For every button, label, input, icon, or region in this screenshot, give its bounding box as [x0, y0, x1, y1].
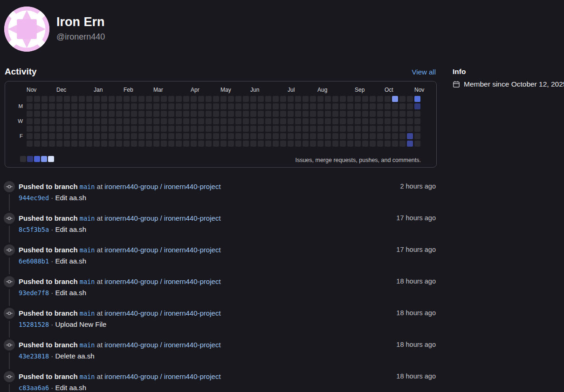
project-link[interactable]: ironern440-group / ironern440-project: [104, 309, 220, 317]
feed-action-label: Pushed to branch: [19, 277, 78, 285]
commit-icon: [4, 276, 15, 287]
feed-timestamp: 18 hours ago: [396, 277, 436, 285]
activity-feed-item: Pushed to branch main at ironern440-grou…: [0, 213, 437, 236]
commit-hash-link[interactable]: 6e6088b1: [19, 257, 49, 265]
commit-hash-link[interactable]: 15281528: [19, 321, 49, 328]
feed-action-label: Pushed to branch: [19, 372, 78, 380]
commit-icon: [4, 308, 15, 319]
commit-hash-link[interactable]: 8c5f3b5a: [19, 226, 49, 233]
commit-hash-link[interactable]: 93ede7f8: [19, 289, 49, 297]
feed-separator: ·: [49, 225, 55, 233]
branch-link[interactable]: main: [80, 183, 95, 190]
branch-link[interactable]: main: [80, 278, 95, 285]
commit-icon: [4, 339, 15, 351]
commit-hash-link[interactable]: 43e23818: [19, 352, 49, 360]
commit-hash-link[interactable]: 944ec9ed: [19, 194, 49, 202]
feed-action-label: Pushed to branch: [19, 309, 78, 317]
commit-icon: [4, 244, 15, 256]
project-link[interactable]: ironern440-group / ironern440-project: [104, 341, 220, 349]
feed-timestamp: 17 hours ago: [396, 246, 436, 253]
feed-at-label: at: [97, 246, 103, 254]
branch-link[interactable]: main: [80, 341, 95, 349]
feed-separator: ·: [49, 384, 55, 392]
activity-feed-item: Pushed to branch main at ironern440-grou…: [0, 277, 437, 299]
commit-icon: [4, 371, 15, 382]
commit-message: Edit aa.sh: [55, 289, 86, 297]
info-title: Info: [453, 68, 562, 76]
feed-separator: ·: [49, 257, 55, 265]
commit-message: Edit aa.sh: [55, 257, 86, 265]
feed-separator: ·: [49, 289, 55, 297]
branch-link[interactable]: main: [80, 246, 95, 254]
project-link[interactable]: ironern440-group / ironern440-project: [104, 246, 220, 254]
commit-hash-link[interactable]: c83aa6a6: [19, 384, 49, 392]
feed-action-label: Pushed to branch: [19, 341, 78, 349]
feed-action-label: Pushed to branch: [19, 246, 78, 254]
branch-link[interactable]: main: [80, 373, 95, 380]
commit-message: Delete aa.sh: [55, 352, 94, 360]
commit-message: Edit aa.sh: [55, 194, 86, 202]
feed-timestamp: 2 hours ago: [400, 182, 436, 190]
calendar-icon: [453, 81, 460, 88]
feed-timestamp: 17 hours ago: [396, 214, 436, 222]
info-sidebar: Info Member since October 12, 2025: [453, 68, 562, 88]
feed-at-label: at: [97, 309, 103, 317]
project-link[interactable]: ironern440-group / ironern440-project: [104, 372, 220, 380]
activity-feed: Pushed to branch main at ironern440-grou…: [0, 0, 437, 392]
feed-at-label: at: [97, 372, 103, 380]
feed-timestamp: 18 hours ago: [396, 309, 436, 317]
feed-separator: ·: [49, 352, 55, 360]
commit-icon: [4, 213, 15, 224]
feed-separator: ·: [49, 194, 55, 202]
project-link[interactable]: ironern440-group / ironern440-project: [104, 277, 220, 285]
activity-feed-item: Pushed to branch main at ironern440-grou…: [0, 182, 437, 204]
activity-feed-item: Pushed to branch main at ironern440-grou…: [0, 245, 437, 267]
feed-action-label: Pushed to branch: [19, 214, 78, 222]
feed-timestamp: 18 hours ago: [396, 372, 436, 380]
activity-feed-item: Pushed to branch main at ironern440-grou…: [0, 340, 437, 362]
project-link[interactable]: ironern440-group / ironern440-project: [104, 214, 220, 222]
feed-at-label: at: [97, 341, 103, 349]
commit-message: Upload New File: [55, 320, 106, 328]
project-link[interactable]: ironern440-group / ironern440-project: [104, 182, 220, 190]
commit-icon: [4, 181, 15, 192]
feed-separator: ·: [49, 320, 55, 328]
feed-timestamp: 18 hours ago: [396, 341, 436, 348]
feed-at-label: at: [97, 277, 103, 285]
member-since-text: Member since October 12, 2025: [464, 80, 564, 88]
feed-at-label: at: [97, 214, 103, 222]
activity-feed-item: Pushed to branch main at ironern440-grou…: [0, 308, 437, 331]
commit-message: Edit aa.sh: [55, 384, 86, 392]
feed-action-label: Pushed to branch: [19, 182, 78, 190]
branch-link[interactable]: main: [80, 310, 95, 317]
activity-feed-item: Pushed to branch main at ironern440-grou…: [0, 372, 437, 392]
commit-message: Edit aa.sh: [55, 225, 86, 233]
feed-at-label: at: [97, 182, 103, 190]
branch-link[interactable]: main: [80, 215, 95, 222]
